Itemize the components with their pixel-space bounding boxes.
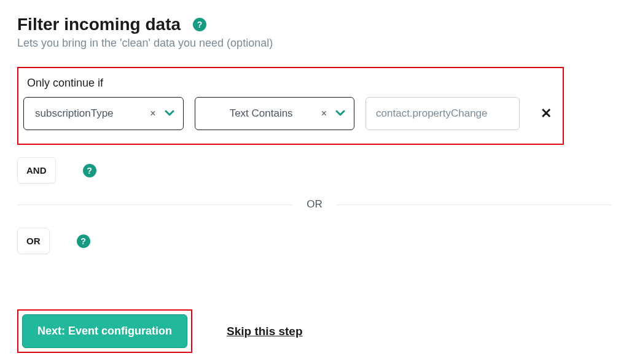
or-button[interactable]: OR — [17, 228, 50, 254]
and-row: AND ? — [17, 157, 612, 184]
filter-label: Only continue if — [23, 77, 558, 90]
and-button[interactable]: AND — [17, 157, 56, 184]
or-divider: OR — [17, 198, 612, 211]
help-icon[interactable]: ? — [77, 234, 90, 248]
help-icon[interactable]: ? — [193, 18, 206, 31]
page-title: Filter incoming data — [17, 15, 181, 34]
operator-select[interactable]: Text Contains × — [195, 97, 355, 130]
remove-condition-icon[interactable]: ✕ — [534, 106, 558, 122]
footer: Next: Event configuration Skip this step — [17, 309, 612, 353]
help-icon[interactable]: ? — [83, 164, 96, 177]
or-row: OR ? — [17, 228, 612, 254]
field-select-value: subscriptionType — [35, 107, 145, 120]
operator-select-value: Text Contains — [206, 107, 316, 120]
filter-row: subscriptionType × Text Contains × ✕ — [23, 97, 558, 130]
clear-icon[interactable]: × — [145, 108, 160, 119]
clear-icon[interactable]: × — [316, 108, 332, 119]
chevron-down-icon[interactable] — [161, 109, 174, 118]
filter-condition-box: Only continue if subscriptionType × Text… — [17, 67, 564, 145]
next-button[interactable]: Next: Event configuration — [22, 314, 187, 348]
value-input[interactable] — [365, 97, 520, 130]
chevron-down-icon[interactable] — [332, 109, 345, 118]
page-subtitle: Lets you bring in the 'clean' data you n… — [17, 37, 612, 50]
next-button-highlight: Next: Event configuration — [17, 309, 192, 353]
or-divider-label: OR — [292, 198, 337, 210]
skip-link[interactable]: Skip this step — [227, 325, 303, 338]
field-select[interactable]: subscriptionType × — [23, 97, 184, 130]
